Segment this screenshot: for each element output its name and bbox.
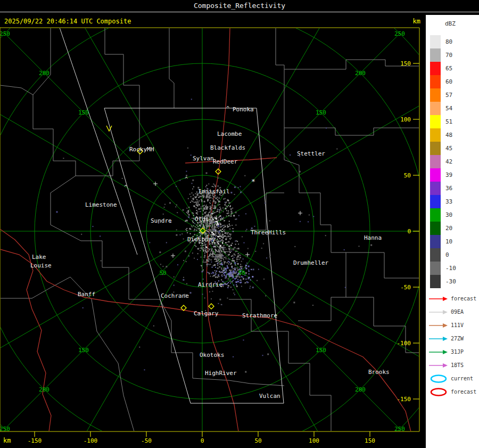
precip-echo bbox=[233, 284, 234, 286]
precip-echo bbox=[206, 227, 207, 229]
precip-echo bbox=[219, 204, 220, 205]
precip-echo bbox=[212, 291, 213, 292]
bottom-axis-label: 100 bbox=[309, 437, 319, 444]
precip-echo bbox=[187, 148, 188, 149]
precip-echo bbox=[216, 258, 217, 259]
precip-echo bbox=[190, 202, 191, 203]
precip-echo bbox=[208, 264, 209, 265]
colorbar-value: 20 bbox=[445, 225, 452, 232]
precip-echo bbox=[217, 263, 218, 264]
precip-echo bbox=[201, 224, 202, 225]
precip-echo bbox=[244, 282, 245, 283]
precip-echo bbox=[218, 200, 219, 201]
precip-echo bbox=[233, 215, 235, 216]
precip-echo bbox=[93, 226, 94, 227]
precip-echo bbox=[233, 258, 234, 259]
precip-echo bbox=[213, 184, 214, 185]
precip-echo bbox=[213, 208, 214, 209]
precip-echo bbox=[211, 254, 213, 255]
precip-echo bbox=[221, 239, 222, 240]
precip-echo bbox=[345, 287, 346, 288]
precip-echo bbox=[210, 206, 211, 207]
track-label: 111V bbox=[451, 322, 464, 328]
precip-echo bbox=[230, 252, 231, 253]
precip-echo bbox=[166, 242, 167, 243]
precip-echo bbox=[202, 243, 203, 244]
precip-echo bbox=[218, 231, 219, 232]
precip-echo bbox=[242, 276, 243, 278]
colorbar-value: 10 bbox=[445, 238, 452, 245]
precip-echo bbox=[209, 232, 210, 233]
precip-echo bbox=[216, 218, 217, 219]
county-boundary bbox=[169, 28, 174, 108]
track-legend-row: forecast bbox=[428, 292, 476, 305]
precip-echo bbox=[183, 239, 184, 240]
precip-echo bbox=[226, 249, 227, 250]
precip-echo bbox=[164, 204, 166, 205]
precip-echo bbox=[195, 193, 196, 194]
precip-echo bbox=[203, 270, 204, 271]
precip-echo bbox=[215, 277, 216, 278]
precip-echo bbox=[189, 194, 191, 195]
precip-echo bbox=[226, 284, 227, 285]
colorbar-swatch bbox=[430, 248, 441, 262]
radar-app: { "title": "Composite_Reflectivity", "he… bbox=[0, 0, 479, 448]
precip-echo bbox=[196, 224, 197, 225]
precip-echo bbox=[227, 232, 228, 233]
city-label: Louise bbox=[30, 262, 52, 269]
precip-echo bbox=[176, 186, 177, 187]
colorbar-entry: 36 bbox=[430, 182, 456, 195]
ring-distance-label: 200 bbox=[355, 386, 366, 393]
precip-echo bbox=[238, 215, 240, 216]
range-ring bbox=[0, 0, 426, 448]
precip-echo bbox=[225, 276, 226, 277]
precip-echo bbox=[207, 196, 208, 197]
precip-echo bbox=[209, 230, 210, 231]
county-boundary bbox=[51, 225, 160, 299]
precip-echo bbox=[193, 194, 194, 196]
precip-echo bbox=[213, 233, 214, 234]
precip-echo bbox=[228, 279, 229, 280]
arrow-head bbox=[443, 323, 448, 328]
precip-echo bbox=[204, 252, 205, 254]
precip-echo bbox=[212, 186, 213, 187]
precip-echo bbox=[205, 206, 206, 207]
precip-echo bbox=[215, 267, 216, 268]
precip-echo bbox=[213, 186, 214, 188]
precip-echo bbox=[188, 207, 189, 208]
precip-echo bbox=[231, 272, 232, 273]
arrow-head bbox=[443, 363, 448, 368]
precip-echo bbox=[197, 202, 199, 203]
precip-echo bbox=[186, 228, 187, 229]
precip-echo bbox=[232, 243, 233, 244]
precip-echo bbox=[248, 270, 249, 271]
precip-echo bbox=[218, 177, 219, 178]
precip-echo bbox=[226, 258, 227, 259]
precip-echo bbox=[214, 205, 216, 207]
precip-echo bbox=[202, 196, 203, 197]
precip-echo bbox=[200, 233, 201, 234]
colorbar-entry: 20 bbox=[430, 222, 456, 235]
precip-echo bbox=[215, 272, 216, 273]
precip-echo bbox=[217, 236, 218, 237]
precip-echo bbox=[186, 229, 187, 230]
arrow-head bbox=[443, 297, 448, 301]
precip-echo bbox=[212, 205, 213, 206]
precip-echo bbox=[235, 267, 236, 268]
ring-distance-label: 200 bbox=[39, 386, 49, 393]
precip-echo bbox=[245, 213, 246, 214]
precip-echo bbox=[227, 244, 228, 245]
radar-map[interactable]: ^^^*250200150250200150150200250150200250… bbox=[0, 0, 426, 448]
precip-echo bbox=[210, 222, 211, 223]
colorbar-swatch bbox=[430, 102, 441, 115]
precip-echo bbox=[204, 248, 205, 249]
precip-echo bbox=[211, 273, 212, 274]
precip-echo bbox=[209, 273, 210, 274]
precip-echo bbox=[214, 259, 215, 260]
precip-echo bbox=[203, 259, 204, 260]
precip-echo bbox=[221, 231, 222, 232]
colorbar-value: 30 bbox=[445, 211, 452, 218]
colorbar-entry: 42 bbox=[430, 155, 456, 168]
right-axis-label: 150 bbox=[400, 60, 411, 67]
radar-site-icon bbox=[209, 304, 214, 309]
